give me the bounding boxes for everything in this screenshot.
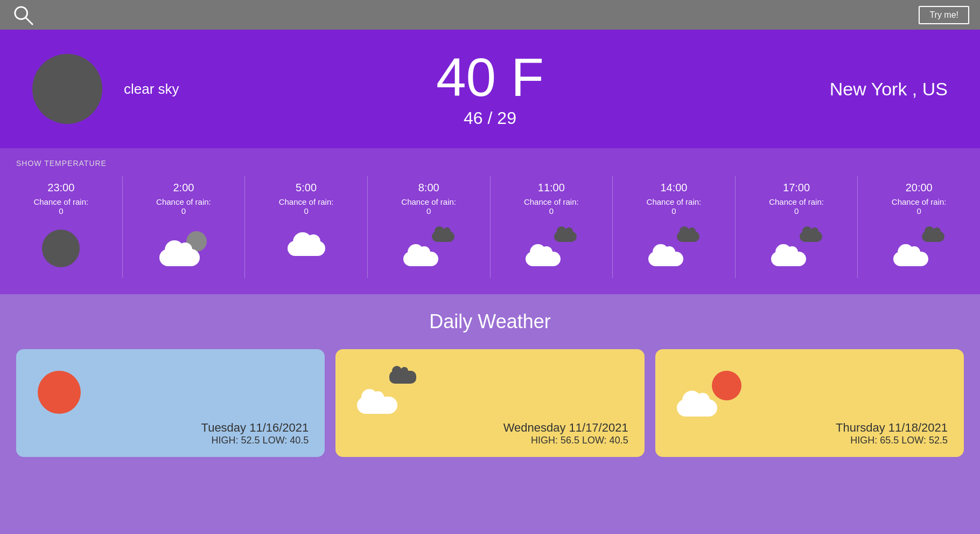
cloudy-icon [357, 371, 416, 414]
top-bar: Try me! [0, 0, 980, 30]
cloud-moon-icon [159, 231, 208, 266]
hourly-rain-label-7: Chance of rain: [892, 197, 947, 206]
hourly-rain-val-5: 0 [671, 206, 676, 216]
hourly-time-1: 2:00 [173, 182, 194, 194]
temperature-range: 46 / 29 [436, 108, 544, 128]
hourly-rain-val-3: 0 [426, 206, 431, 216]
sun-icon [38, 371, 81, 414]
hourly-icon-4 [524, 230, 578, 267]
daily-card-0: Tuesday 11/16/2021 HIGH: 52.5 LOW: 40.5 [16, 349, 325, 457]
hourly-icon-6 [769, 230, 823, 267]
hourly-time-2: 5:00 [296, 182, 317, 194]
hourly-section: SHOW TEMPERATURE 23:00 Chance of rain: 0… [0, 148, 980, 294]
cloudy-icon [771, 231, 822, 266]
hourly-rain-val-4: 0 [549, 206, 554, 216]
hourly-rain-val-1: 0 [181, 206, 186, 216]
hourly-rain-label-6: Chance of rain: [769, 197, 824, 206]
daily-range-0: HIGH: 52.5 LOW: 40.5 [212, 435, 309, 446]
hourly-time-4: 11:00 [538, 182, 565, 194]
hourly-rain-val-6: 0 [794, 206, 799, 216]
hourly-rain-label-3: Chance of rain: [401, 197, 456, 206]
daily-date-1: Wednesday 11/17/2021 [503, 421, 628, 435]
daily-card-1: Wednesday 11/17/2021 HIGH: 56.5 LOW: 40.… [335, 349, 644, 457]
weather-icon-hero [32, 54, 102, 124]
svg-line-1 [25, 17, 32, 24]
weather-condition: clear sky [124, 81, 179, 98]
partly-cloudy-icon [677, 371, 741, 417]
location-label: New York , US [830, 79, 948, 100]
current-temperature: 40 F [436, 50, 544, 104]
hourly-rain-label-2: Chance of rain: [279, 197, 334, 206]
hourly-slot-3: 8:00 Chance of rain: 0 [368, 176, 491, 278]
hourly-slot-0: 23:00 Chance of rain: 0 [0, 176, 123, 278]
hourly-slot-1: 2:00 Chance of rain: 0 [123, 176, 246, 278]
hourly-slot-4: 11:00 Chance of rain: 0 [491, 176, 613, 278]
hourly-slot-2: 5:00 Chance of rain: 0 [245, 176, 368, 278]
hourly-grid: 23:00 Chance of rain: 0 2:00 Chance of r… [0, 176, 980, 278]
cloudy-icon [526, 231, 577, 266]
hourly-rain-label-0: Chance of rain: [33, 197, 88, 206]
cloud-icon [288, 241, 325, 256]
daily-section: Daily Weather Tuesday 11/16/2021 HIGH: 5… [0, 294, 980, 478]
daily-section-title: Daily Weather [0, 310, 980, 333]
moon-icon [42, 230, 80, 267]
cloudy-icon [893, 231, 944, 266]
hero-section: clear sky 40 F 46 / 29 New York , US [0, 30, 980, 148]
hourly-icon-0 [34, 230, 88, 267]
hourly-time-6: 17:00 [783, 182, 810, 194]
hourly-icon-1 [157, 230, 211, 267]
daily-range-1: HIGH: 56.5 LOW: 40.5 [531, 435, 628, 446]
hourly-slot-6: 17:00 Chance of rain: 0 [736, 176, 858, 278]
hourly-rain-label-4: Chance of rain: [524, 197, 579, 206]
hourly-icon-7 [892, 230, 946, 267]
hourly-time-0: 23:00 [47, 182, 74, 194]
daily-cards: Tuesday 11/16/2021 HIGH: 52.5 LOW: 40.5 … [0, 349, 980, 457]
daily-range-2: HIGH: 65.5 LOW: 52.5 [850, 435, 948, 446]
daily-date-0: Tuesday 11/16/2021 [201, 421, 309, 435]
hourly-slot-5: 14:00 Chance of rain: 0 [613, 176, 736, 278]
hourly-rain-val-0: 0 [59, 206, 63, 216]
hourly-icon-2 [279, 230, 333, 267]
hourly-time-7: 20:00 [906, 182, 933, 194]
hourly-time-5: 14:00 [660, 182, 687, 194]
show-temperature-label: SHOW TEMPERATURE [0, 159, 980, 176]
hourly-icon-3 [402, 230, 456, 267]
hourly-time-3: 8:00 [418, 182, 439, 194]
hourly-rain-val-2: 0 [304, 206, 308, 216]
daily-date-2: Thursday 11/18/2021 [836, 421, 948, 435]
hourly-icon-5 [647, 230, 701, 267]
search-icon [13, 5, 33, 25]
search-button[interactable] [11, 3, 35, 27]
hourly-rain-label-1: Chance of rain: [156, 197, 211, 206]
daily-icon-2 [677, 371, 741, 417]
daily-card-2: Thursday 11/18/2021 HIGH: 65.5 LOW: 52.5 [655, 349, 964, 457]
try-me-button[interactable]: Try me! [919, 6, 969, 24]
daily-icon-0 [38, 371, 81, 414]
hourly-rain-label-5: Chance of rain: [647, 197, 702, 206]
cloudy-icon [403, 231, 454, 266]
hourly-rain-val-7: 0 [917, 206, 921, 216]
daily-icon-1 [357, 371, 416, 416]
temperature-block: 40 F 46 / 29 [436, 50, 544, 128]
cloudy-icon [648, 231, 699, 266]
hourly-slot-7: 20:00 Chance of rain: 0 [858, 176, 980, 278]
